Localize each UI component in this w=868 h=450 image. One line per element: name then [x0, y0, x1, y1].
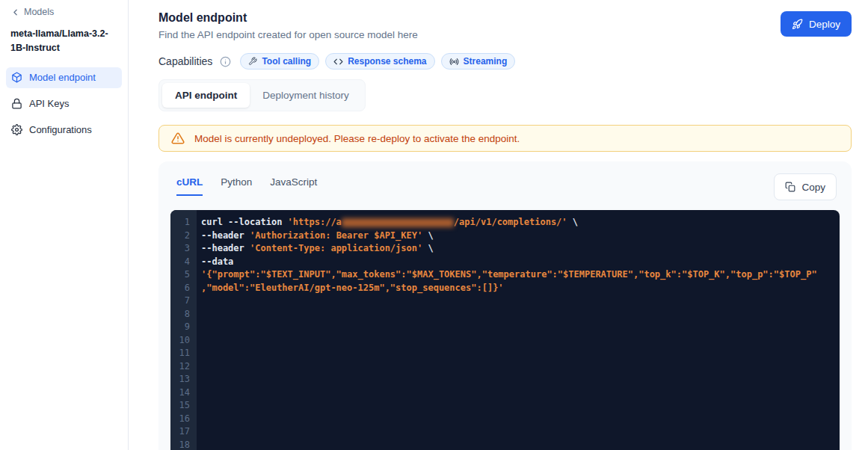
back-link-label: Models — [24, 7, 54, 17]
capability-badge-streaming: Streaming — [441, 53, 516, 70]
rocket-icon — [792, 19, 803, 30]
sidebar-item-label: Model endpoint — [29, 72, 96, 83]
code-line: '{"prompt":"$TEXT_INPUT","max_tokens":"$… — [201, 268, 834, 282]
deploy-button-label: Deploy — [809, 19, 840, 30]
tool-calling-icon — [248, 57, 257, 66]
page-title: Model endpoint — [158, 11, 418, 25]
model-name: meta-llama/Llama-3.2-1B-Instruct — [0, 27, 128, 56]
tab-api-endpoint[interactable]: API endpoint — [162, 83, 250, 108]
line-number: 12 — [170, 360, 190, 374]
line-number: 1 — [170, 216, 190, 229]
streaming-icon — [449, 57, 459, 67]
capability-badge-response-schema: Response schema — [325, 53, 434, 70]
code-line: --header 'Content-Type: application/json… — [201, 242, 834, 256]
view-tabs: API endpoint Deployment history — [158, 79, 366, 111]
code-line: ,"model":"EleutherAI/gpt-neo-125m","stop… — [201, 282, 834, 295]
code-line — [201, 373, 834, 386]
line-number-gutter: 123456789101112131415161718 — [170, 210, 197, 450]
badge-label: Response schema — [348, 56, 426, 67]
sidebar-item-api-keys[interactable]: API Keys — [6, 93, 122, 114]
lock-icon — [11, 98, 22, 109]
sidebar-item-configurations[interactable]: Configurations — [6, 120, 122, 141]
sidebar-item-model-endpoint[interactable]: Model endpoint — [6, 67, 122, 88]
tab-curl[interactable]: cURL — [176, 176, 203, 196]
copy-button-label: Copy — [801, 182, 825, 193]
undeployed-warning-banner: Model is currently undeployed. Please re… — [158, 125, 852, 152]
code-line — [201, 425, 834, 439]
code-line — [201, 386, 834, 400]
chevron-left-icon — [10, 7, 20, 17]
line-number: 2 — [170, 229, 190, 243]
line-number: 17 — [170, 425, 190, 439]
code-line: --header 'Authorization: Bearer $API_KEY… — [201, 229, 834, 243]
code-line — [201, 360, 834, 374]
badge-label: Tool calling — [262, 56, 311, 67]
code-line — [201, 321, 834, 334]
line-number: 5 — [170, 268, 190, 282]
line-number: 9 — [170, 321, 190, 334]
info-icon[interactable] — [220, 56, 231, 67]
line-number: 11 — [170, 347, 190, 360]
tab-python[interactable]: Python — [221, 176, 252, 196]
sidebar-item-label: API Keys — [29, 98, 69, 109]
code-line — [201, 439, 834, 450]
code-line — [201, 308, 834, 321]
language-tabs: cURL Python JavaScript — [176, 176, 317, 196]
code-line: curl --location 'https://a/api/v1/comple… — [201, 216, 834, 229]
line-number: 18 — [170, 439, 190, 450]
code-line — [201, 413, 834, 426]
code-panel: cURL Python JavaScript Copy 123456789101… — [158, 161, 852, 450]
response-schema-icon — [333, 57, 343, 67]
gear-icon — [11, 124, 22, 135]
code-line: --data — [201, 256, 834, 269]
capability-badge-tool-calling: Tool calling — [240, 53, 319, 70]
sidebar-item-label: Configurations — [29, 124, 92, 135]
code-block: 123456789101112131415161718 curl --locat… — [170, 210, 840, 450]
code-line — [201, 347, 834, 360]
tab-deployment-history[interactable]: Deployment history — [250, 83, 362, 108]
badge-label: Streaming — [464, 56, 508, 67]
code-lines: curl --location 'https://a/api/v1/comple… — [197, 210, 840, 450]
line-number: 16 — [170, 413, 190, 426]
deploy-button[interactable]: Deploy — [781, 11, 852, 37]
warning-text: Model is currently undeployed. Please re… — [194, 133, 520, 144]
line-number: 4 — [170, 256, 190, 269]
line-number: 3 — [170, 242, 190, 256]
capabilities-label: Capabilities — [158, 55, 212, 67]
line-number: 14 — [170, 386, 190, 400]
page-subtitle: Find the API endpoint created for open s… — [158, 29, 418, 40]
line-number: 6 — [170, 282, 190, 295]
line-number: 13 — [170, 373, 190, 386]
sidebar: Models meta-llama/Llama-3.2-1B-Instruct … — [0, 0, 129, 450]
models-back-link[interactable]: Models — [0, 7, 128, 17]
line-number: 7 — [170, 295, 190, 308]
line-number: 10 — [170, 334, 190, 348]
line-number: 8 — [170, 308, 190, 321]
main-content: Model endpoint Find the API endpoint cre… — [129, 0, 868, 450]
tab-javascript[interactable]: JavaScript — [270, 176, 317, 196]
redacted-url-segment — [342, 218, 454, 227]
line-number: 15 — [170, 399, 190, 413]
cube-icon — [11, 72, 22, 83]
code-line — [201, 295, 834, 308]
copy-icon — [785, 182, 795, 192]
warning-icon — [171, 132, 185, 145]
sidebar-nav: Model endpoint API Keys Configurations — [0, 67, 128, 141]
copy-button[interactable]: Copy — [774, 173, 837, 200]
code-line — [201, 399, 834, 413]
code-line — [201, 334, 834, 348]
